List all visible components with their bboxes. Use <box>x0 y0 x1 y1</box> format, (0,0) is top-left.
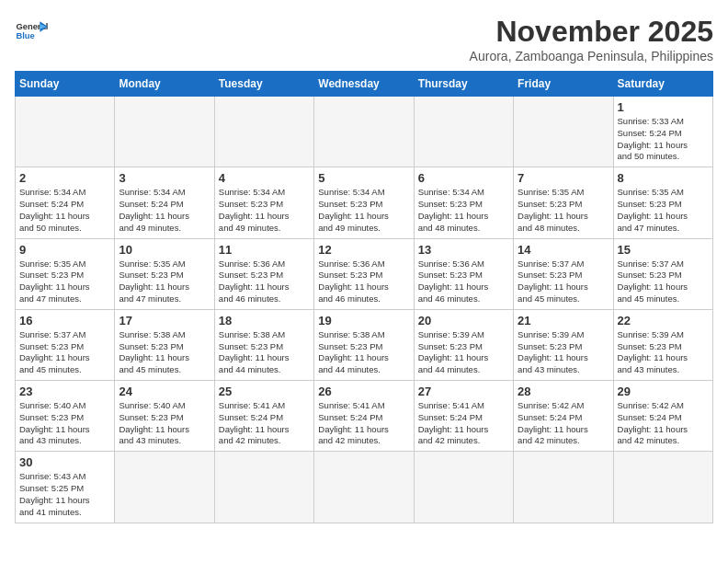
calendar-cell <box>16 97 115 167</box>
day-info: Sunrise: 5:38 AM Sunset: 5:23 PM Dayligh… <box>119 329 210 376</box>
day-info: Sunrise: 5:36 AM Sunset: 5:23 PM Dayligh… <box>219 259 310 305</box>
calendar-cell: 26Sunrise: 5:41 AM Sunset: 5:24 PM Dayli… <box>314 381 414 452</box>
day-number: 18 <box>219 314 310 327</box>
logo: General Blue <box>15 15 48 48</box>
logo-svg: General Blue <box>15 15 48 48</box>
title-area: November 2025 Aurora, Zamboanga Peninsul… <box>470 15 713 63</box>
day-header-monday: Monday <box>115 72 214 97</box>
calendar-cell <box>214 452 313 523</box>
calendar-cell: 2Sunrise: 5:34 AM Sunset: 5:24 PM Daylig… <box>16 167 115 238</box>
day-info: Sunrise: 5:37 AM Sunset: 5:23 PM Dayligh… <box>518 259 609 305</box>
day-number: 9 <box>19 243 110 257</box>
calendar-cell: 3Sunrise: 5:34 AM Sunset: 5:24 PM Daylig… <box>115 167 214 238</box>
day-header-friday: Friday <box>514 72 613 97</box>
calendar-cell: 29Sunrise: 5:42 AM Sunset: 5:24 PM Dayli… <box>613 381 712 452</box>
day-info: Sunrise: 5:41 AM Sunset: 5:24 PM Dayligh… <box>418 400 509 447</box>
calendar-cell: 16Sunrise: 5:37 AM Sunset: 5:23 PM Dayli… <box>16 309 115 380</box>
day-number: 16 <box>19 314 110 327</box>
calendar-cell <box>414 97 513 167</box>
day-info: Sunrise: 5:34 AM Sunset: 5:23 PM Dayligh… <box>418 187 509 234</box>
day-header-wednesday: Wednesday <box>314 72 414 97</box>
day-info: Sunrise: 5:35 AM Sunset: 5:23 PM Dayligh… <box>19 259 110 305</box>
day-number: 29 <box>618 385 709 398</box>
day-number: 10 <box>119 243 210 257</box>
day-number: 1 <box>618 100 709 114</box>
month-title: November 2025 <box>470 15 713 49</box>
calendar-cell: 9Sunrise: 5:35 AM Sunset: 5:23 PM Daylig… <box>16 238 115 309</box>
day-info: Sunrise: 5:39 AM Sunset: 5:23 PM Dayligh… <box>518 329 609 376</box>
day-number: 7 <box>518 171 609 185</box>
calendar-cell: 30Sunrise: 5:43 AM Sunset: 5:25 PM Dayli… <box>16 452 115 523</box>
calendar-cell: 8Sunrise: 5:35 AM Sunset: 5:23 PM Daylig… <box>613 167 712 238</box>
day-header-thursday: Thursday <box>414 72 513 97</box>
calendar-cell: 23Sunrise: 5:40 AM Sunset: 5:23 PM Dayli… <box>16 381 115 452</box>
day-header-tuesday: Tuesday <box>214 72 313 97</box>
week-row-3: 9Sunrise: 5:35 AM Sunset: 5:23 PM Daylig… <box>16 238 713 309</box>
day-info: Sunrise: 5:38 AM Sunset: 5:23 PM Dayligh… <box>318 329 409 376</box>
calendar-cell: 18Sunrise: 5:38 AM Sunset: 5:23 PM Dayli… <box>214 309 313 380</box>
calendar-cell: 19Sunrise: 5:38 AM Sunset: 5:23 PM Dayli… <box>314 309 414 380</box>
day-number: 24 <box>119 385 210 398</box>
calendar-cell: 21Sunrise: 5:39 AM Sunset: 5:23 PM Dayli… <box>514 309 613 380</box>
day-number: 11 <box>219 243 310 257</box>
svg-text:Blue: Blue <box>16 31 34 40</box>
day-header-saturday: Saturday <box>613 72 712 97</box>
calendar-cell <box>514 452 613 523</box>
day-number: 23 <box>19 385 110 398</box>
day-info: Sunrise: 5:34 AM Sunset: 5:23 PM Dayligh… <box>318 187 409 234</box>
header: General Blue November 2025 Aurora, Zambo… <box>15 15 713 63</box>
calendar-cell: 27Sunrise: 5:41 AM Sunset: 5:24 PM Dayli… <box>414 381 513 452</box>
day-info: Sunrise: 5:41 AM Sunset: 5:24 PM Dayligh… <box>219 400 310 447</box>
week-row-1: 1Sunrise: 5:33 AM Sunset: 5:24 PM Daylig… <box>16 97 713 167</box>
day-number: 2 <box>19 171 110 185</box>
calendar-cell: 22Sunrise: 5:39 AM Sunset: 5:23 PM Dayli… <box>613 309 712 380</box>
day-info: Sunrise: 5:35 AM Sunset: 5:23 PM Dayligh… <box>518 187 609 234</box>
day-info: Sunrise: 5:38 AM Sunset: 5:23 PM Dayligh… <box>219 329 310 376</box>
calendar-cell <box>414 452 513 523</box>
day-info: Sunrise: 5:40 AM Sunset: 5:23 PM Dayligh… <box>19 400 110 447</box>
day-number: 30 <box>19 455 110 469</box>
day-number: 21 <box>518 314 609 327</box>
day-number: 26 <box>318 385 409 398</box>
day-info: Sunrise: 5:35 AM Sunset: 5:23 PM Dayligh… <box>618 187 709 234</box>
day-info: Sunrise: 5:43 AM Sunset: 5:25 PM Dayligh… <box>19 471 110 518</box>
day-info: Sunrise: 5:39 AM Sunset: 5:23 PM Dayligh… <box>418 329 509 376</box>
day-info: Sunrise: 5:34 AM Sunset: 5:23 PM Dayligh… <box>219 187 310 234</box>
calendar-cell: 28Sunrise: 5:42 AM Sunset: 5:24 PM Dayli… <box>514 381 613 452</box>
calendar-cell: 5Sunrise: 5:34 AM Sunset: 5:23 PM Daylig… <box>314 167 414 238</box>
day-number: 20 <box>418 314 509 327</box>
day-info: Sunrise: 5:40 AM Sunset: 5:23 PM Dayligh… <box>119 400 210 447</box>
day-number: 27 <box>418 385 509 398</box>
day-number: 28 <box>518 385 609 398</box>
calendar-cell: 6Sunrise: 5:34 AM Sunset: 5:23 PM Daylig… <box>414 167 513 238</box>
calendar-cell: 14Sunrise: 5:37 AM Sunset: 5:23 PM Dayli… <box>514 238 613 309</box>
day-header-sunday: Sunday <box>16 72 115 97</box>
calendar-table: SundayMondayTuesdayWednesdayThursdayFrid… <box>15 71 713 523</box>
calendar-cell <box>115 452 214 523</box>
day-info: Sunrise: 5:34 AM Sunset: 5:24 PM Dayligh… <box>119 187 210 234</box>
day-info: Sunrise: 5:33 AM Sunset: 5:24 PM Dayligh… <box>618 116 709 163</box>
calendar-cell: 24Sunrise: 5:40 AM Sunset: 5:23 PM Dayli… <box>115 381 214 452</box>
header-row: SundayMondayTuesdayWednesdayThursdayFrid… <box>16 72 713 97</box>
calendar-cell <box>314 452 414 523</box>
calendar-cell: 4Sunrise: 5:34 AM Sunset: 5:23 PM Daylig… <box>214 167 313 238</box>
day-number: 3 <box>119 171 210 185</box>
calendar-cell: 12Sunrise: 5:36 AM Sunset: 5:23 PM Dayli… <box>314 238 414 309</box>
day-info: Sunrise: 5:42 AM Sunset: 5:24 PM Dayligh… <box>518 400 609 447</box>
calendar-cell: 20Sunrise: 5:39 AM Sunset: 5:23 PM Dayli… <box>414 309 513 380</box>
day-info: Sunrise: 5:36 AM Sunset: 5:23 PM Dayligh… <box>318 259 409 305</box>
day-info: Sunrise: 5:37 AM Sunset: 5:23 PM Dayligh… <box>19 329 110 376</box>
calendar-cell <box>115 97 214 167</box>
week-row-2: 2Sunrise: 5:34 AM Sunset: 5:24 PM Daylig… <box>16 167 713 238</box>
calendar-cell <box>613 452 712 523</box>
calendar-cell: 13Sunrise: 5:36 AM Sunset: 5:23 PM Dayli… <box>414 238 513 309</box>
day-info: Sunrise: 5:39 AM Sunset: 5:23 PM Dayligh… <box>618 329 709 376</box>
calendar-cell <box>214 97 313 167</box>
day-number: 15 <box>618 243 709 257</box>
day-number: 22 <box>618 314 709 327</box>
calendar-cell: 11Sunrise: 5:36 AM Sunset: 5:23 PM Dayli… <box>214 238 313 309</box>
day-number: 5 <box>318 171 409 185</box>
day-number: 4 <box>219 171 310 185</box>
week-row-6: 30Sunrise: 5:43 AM Sunset: 5:25 PM Dayli… <box>16 452 713 523</box>
week-row-5: 23Sunrise: 5:40 AM Sunset: 5:23 PM Dayli… <box>16 381 713 452</box>
